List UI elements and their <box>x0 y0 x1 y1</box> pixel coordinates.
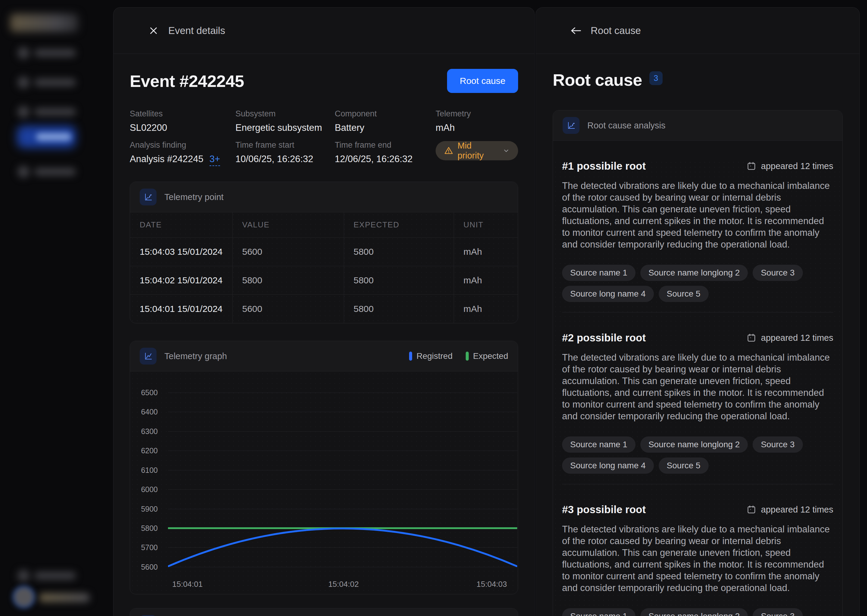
chevron-down-icon <box>503 147 510 154</box>
y-tick: 6300 <box>130 426 158 436</box>
source-chip[interactable]: Source long name 4 <box>562 286 654 302</box>
y-tick: 5700 <box>130 543 158 552</box>
field-component: Component Battery <box>335 109 436 133</box>
telemetry-chart: 6500 6400 6300 6200 6100 6000 5900 5800 … <box>130 371 518 594</box>
table-row: 15:04:02 15/01/2024 5800 5800 mAh <box>130 266 518 295</box>
root-cause-panel: Root cause Root cause 3 Root cause analy… <box>536 7 860 616</box>
source-chip[interactable]: Source name longlong 2 <box>640 265 748 281</box>
source-chip[interactable]: Source name 1 <box>562 437 635 453</box>
source-chip[interactable]: Source name 1 <box>562 265 635 281</box>
legend-registred: Registred <box>409 351 452 361</box>
root-cause-button[interactable]: Root cause <box>447 69 518 93</box>
root-cause-title: Root cause <box>553 70 642 90</box>
back-arrow-icon[interactable] <box>570 25 582 36</box>
y-tick: 5600 <box>130 562 158 572</box>
y-tick: 6400 <box>130 407 158 416</box>
card-title: Root cause analysis <box>587 121 665 130</box>
y-tick: 6500 <box>130 388 158 398</box>
x-tick: 15:04:02 <box>328 580 359 589</box>
field-telemetry: Telemetry mAh <box>436 109 518 133</box>
possible-root-body: The detected vibrations are likely due t… <box>562 352 833 422</box>
priority-label: Mid priority <box>457 141 498 160</box>
nav-icon <box>17 106 30 118</box>
nav-icon <box>17 47 30 59</box>
field-satellites: Satellites SL02200 <box>130 109 235 133</box>
table-row: 15:04:01 15/01/2024 5600 5800 mAh <box>130 295 518 323</box>
telemetry-point-table: DATE VALUE EXPECTED UNIT 15:04:03 15/01/… <box>130 212 518 323</box>
y-tick: 5900 <box>130 504 158 514</box>
possible-root-card-2: #2 possibile root appeared 12 times The … <box>553 332 842 484</box>
sidebar-item-active-label-blurred <box>36 133 71 141</box>
telemetry-point-card: Telemetry point DATE VALUE EXPECTED UNIT <box>130 182 518 323</box>
sidebar-item-notifications-blurred[interactable] <box>17 568 81 583</box>
telemetry-point-icon <box>140 189 156 206</box>
source-chip[interactable]: Source 3 <box>753 608 802 616</box>
avatar[interactable] <box>14 588 33 607</box>
table-row: 15:04:03 15/01/2024 5600 5800 mAh <box>130 237 518 266</box>
source-chip[interactable]: Source 3 <box>753 265 802 281</box>
graph-legend: Registred Expected <box>409 351 508 361</box>
event-details-header: Event details <box>113 8 534 54</box>
y-tick: 6100 <box>130 465 158 475</box>
telemetry-graph-icon <box>140 348 156 365</box>
warning-icon <box>444 146 453 156</box>
user-name-blurred <box>39 593 90 602</box>
possible-root-body: The detected vibrations are likely due t… <box>562 523 833 594</box>
priority-dropdown[interactable]: Mid priority <box>436 141 518 160</box>
panel-title: Root cause <box>591 25 641 36</box>
possible-root-title: #1 possibile root <box>562 160 646 172</box>
sidebar-item-blurred-1[interactable] <box>17 45 81 61</box>
source-chip[interactable]: Source name longlong 2 <box>640 608 748 616</box>
event-title: Event #242245 <box>130 71 244 91</box>
chart-series-lines <box>168 393 517 567</box>
divider <box>562 484 833 484</box>
source-chip[interactable]: Source 5 <box>659 457 709 474</box>
source-chip[interactable]: Source name longlong 2 <box>640 437 748 453</box>
appeared-count: appeared 12 times <box>747 505 833 515</box>
field-time-frame-start: Time frame start 10/06/25, 16:26:32 <box>235 140 335 166</box>
field-analysis-finding: Analysis finding Analysis #2422453+ <box>130 140 235 166</box>
source-chip[interactable]: Source 5 <box>659 286 709 302</box>
source-chips: Source name 1 Source name longlong 2 Sou… <box>562 437 833 474</box>
source-chips: Source name 1 Source name longlong 2 Sou… <box>562 608 833 616</box>
panel-title: Event details <box>168 25 225 36</box>
source-chips: Source name 1 Source name longlong 2 Sou… <box>562 265 833 302</box>
legend-swatch-green <box>466 352 469 361</box>
sidebar-item-blurred-3[interactable] <box>17 104 81 120</box>
legend-swatch-blue <box>409 352 412 361</box>
x-tick: 15:04:01 <box>172 580 203 589</box>
legend-expected: Expected <box>466 351 508 361</box>
telemetry-graph-card: Telemetry graph Registred Expected <box>130 341 518 594</box>
chat-card: Chat <box>130 608 518 616</box>
calendar-icon <box>747 161 756 171</box>
card-title: Telemetry graph <box>164 351 227 361</box>
event-details-panel: Event details Event #242245 Root cause S… <box>113 7 534 616</box>
y-tick: 6200 <box>130 446 158 456</box>
appeared-count: appeared 12 times <box>747 333 833 343</box>
root-cause-analysis-icon <box>563 117 580 134</box>
card-title: Telemetry point <box>164 192 224 202</box>
table-header-row: DATE VALUE EXPECTED UNIT <box>130 212 518 237</box>
x-tick: 15:04:03 <box>476 580 507 589</box>
sidebar-item-blurred-2[interactable] <box>17 75 81 90</box>
app-root: Event details Event #242245 Root cause S… <box>0 0 867 616</box>
root-cause-header: Root cause <box>536 8 859 54</box>
bell-icon <box>17 570 30 582</box>
source-chip[interactable]: Source long name 4 <box>562 457 654 474</box>
possible-root-card-1: #1 possibile root appeared 12 times The … <box>553 160 842 313</box>
registred-line <box>168 528 517 566</box>
y-tick: 6000 <box>130 484 158 494</box>
sidebar <box>0 0 113 616</box>
calendar-icon <box>747 333 756 343</box>
source-chip[interactable]: Source 3 <box>753 437 802 453</box>
y-tick: 5800 <box>130 523 158 533</box>
app-logo-blurred <box>10 14 78 32</box>
sidebar-item-blurred-5[interactable] <box>17 164 81 179</box>
source-chip[interactable]: Source name 1 <box>562 608 635 616</box>
event-fields: Satellites SL02200 Subsystem Energetic s… <box>130 109 518 166</box>
calendar-icon <box>747 505 756 514</box>
analysis-more-link[interactable]: 3+ <box>210 154 220 166</box>
close-icon[interactable] <box>148 25 159 36</box>
possible-root-title: #2 possibile root <box>562 332 646 344</box>
possible-root-body: The detected vibrations are likely due t… <box>562 180 833 250</box>
